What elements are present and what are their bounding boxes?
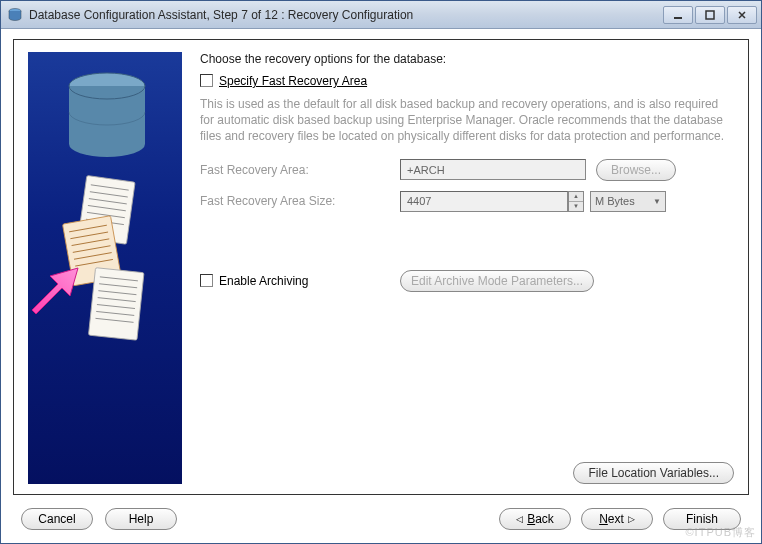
help-button[interactable]: Help	[105, 508, 177, 530]
file-location-row: File Location Variables...	[200, 452, 734, 484]
specify-fra-checkbox[interactable]	[200, 74, 213, 87]
client-area: Choose the recovery options for the data…	[1, 29, 761, 543]
cancel-button[interactable]: Cancel	[21, 508, 93, 530]
fra-size-label: Fast Recovery Area Size:	[200, 194, 400, 208]
specify-fra-row: Specify Fast Recovery Area	[200, 74, 734, 88]
svg-rect-1	[674, 17, 682, 19]
fra-path-row: Fast Recovery Area: Browse...	[200, 159, 734, 181]
enable-archiving-checkbox[interactable]	[200, 274, 213, 287]
specify-fra-label: Specify Fast Recovery Area	[219, 74, 367, 88]
fra-size-row: Fast Recovery Area Size: ▲▼ M Bytes ▼	[200, 191, 734, 212]
database-cylinder-icon	[66, 72, 148, 162]
options-panel: Choose the recovery options for the data…	[200, 52, 734, 484]
next-button[interactable]: Next▷	[581, 508, 653, 530]
triangle-left-icon: ◁	[516, 514, 523, 524]
browse-button[interactable]: Browse...	[596, 159, 676, 181]
enable-archiving-label: Enable Archiving	[219, 274, 308, 288]
window-controls	[663, 6, 757, 24]
fra-size-input[interactable]	[400, 191, 568, 212]
main-window: Database Configuration Assistant, Step 7…	[0, 0, 762, 544]
fra-size-spinner[interactable]: ▲▼	[568, 191, 584, 212]
chevron-down-icon: ▼	[653, 197, 661, 206]
panel-heading: Choose the recovery options for the data…	[200, 52, 734, 66]
pink-arrow-icon	[28, 262, 80, 314]
content-panel: Choose the recovery options for the data…	[13, 39, 749, 495]
back-button[interactable]: ◁Back	[499, 508, 571, 530]
close-button[interactable]	[727, 6, 757, 24]
triangle-right-icon: ▷	[628, 514, 635, 524]
fra-size-unit-combo[interactable]: M Bytes ▼	[590, 191, 666, 212]
enable-archiving-row: Enable Archiving Edit Archive Mode Param…	[200, 270, 734, 292]
maximize-button[interactable]	[695, 6, 725, 24]
fra-path-label: Fast Recovery Area:	[200, 163, 400, 177]
fra-size-unit-text: M Bytes	[595, 195, 635, 207]
svg-rect-2	[706, 11, 714, 19]
wizard-footer: Cancel Help ◁Back Next▷ Finish	[13, 495, 749, 535]
wizard-graphic-panel	[28, 52, 182, 484]
fra-description: This is used as the default for all disk…	[200, 96, 734, 145]
window-title: Database Configuration Assistant, Step 7…	[29, 8, 663, 22]
file-location-variables-button[interactable]: File Location Variables...	[573, 462, 734, 484]
app-icon	[7, 7, 23, 23]
minimize-button[interactable]	[663, 6, 693, 24]
watermark: ©ITPUB博客	[686, 525, 757, 540]
edit-archive-params-button[interactable]: Edit Archive Mode Parameters...	[400, 270, 594, 292]
titlebar: Database Configuration Assistant, Step 7…	[1, 1, 761, 29]
fra-path-input[interactable]	[400, 159, 586, 180]
